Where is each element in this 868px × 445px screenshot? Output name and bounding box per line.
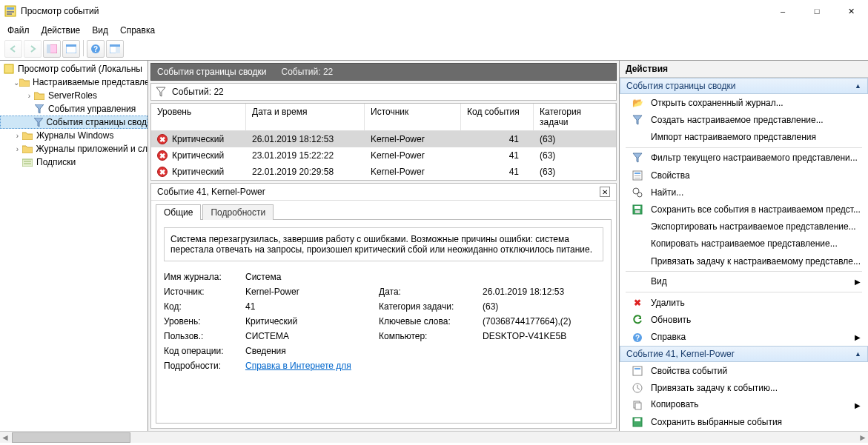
action-event-save-selected[interactable]: Сохранить выбранные события: [620, 414, 868, 431]
tree-windows-logs[interactable]: › Журналы Windows: [0, 129, 148, 142]
tree-admin-events[interactable]: События управления: [0, 102, 148, 116]
nav-back-button[interactable]: [4, 40, 22, 58]
view-mode-button[interactable]: [62, 40, 80, 58]
filter-icon: [33, 103, 45, 115]
svg-rect-14: [22, 159, 33, 167]
find-icon: [632, 187, 643, 198]
grid-row[interactable]: ✖Критический 22.01.2019 20:29:58 Kernel-…: [151, 164, 616, 180]
action-find[interactable]: Найти...: [620, 184, 868, 201]
critical-icon: ✖: [157, 150, 168, 161]
tab-general-body: Система перезагрузилась, завершив работу…: [156, 219, 612, 424]
filter-icon: [33, 116, 44, 128]
col-source[interactable]: Источник: [365, 104, 461, 130]
copy-icon: [632, 399, 643, 411]
maximize-button[interactable]: □: [800, 0, 834, 22]
svg-rect-2: [7, 11, 14, 13]
svg-rect-5: [47, 44, 50, 53]
svg-rect-26: [633, 367, 642, 375]
svg-rect-32: [635, 418, 640, 421]
tree-custom-views[interactable]: ⌄ Настраиваемые представле: [0, 76, 148, 89]
action-refresh[interactable]: Обновить: [620, 312, 868, 329]
online-help-link[interactable]: Справка в Интернете для: [245, 361, 371, 371]
action-event-properties[interactable]: Свойства событий: [620, 362, 868, 379]
chevron-right-icon: ▶: [855, 333, 861, 341]
svg-rect-27: [635, 368, 640, 369]
svg-rect-11: [110, 44, 120, 47]
grid-header[interactable]: Уровень Дата и время Источник Код событи…: [151, 104, 616, 131]
minimize-button[interactable]: –: [766, 0, 800, 22]
val-computer: DESKTOP-V41KE5B: [483, 331, 603, 341]
show-tree-button[interactable]: [43, 40, 61, 58]
actions-section-2[interactable]: Событие 41, Kernel-Power ▲: [620, 346, 868, 362]
collapse-icon[interactable]: ▲: [855, 82, 861, 90]
collapse-icon[interactable]: ⌄: [13, 78, 19, 87]
folder-icon: [19, 76, 30, 88]
action-create-custom-view[interactable]: Создать настраиваемое представление...: [620, 111, 868, 128]
menu-help[interactable]: Справка: [120, 25, 155, 36]
svg-text:?: ?: [93, 45, 98, 53]
action-export[interactable]: Экспортировать настраиваемое представлен…: [620, 218, 868, 235]
action-event-attach-task[interactable]: Привязать задачу к событию...: [620, 379, 868, 396]
close-detail-button[interactable]: ✕: [600, 187, 610, 197]
grid-row[interactable]: ✖Критический 23.01.2019 15:22:22 Kernel-…: [151, 147, 616, 164]
filter-bar: Событий: 22: [150, 83, 617, 101]
tab-details[interactable]: Подробности: [202, 204, 274, 220]
properties-icon: [632, 365, 643, 377]
app-icon: [3, 63, 15, 75]
col-level[interactable]: Уровень: [151, 104, 246, 130]
action-help-submenu[interactable]: ?Справка▶: [620, 329, 868, 346]
action-copy-view[interactable]: Копировать настраиваемое представление..…: [620, 235, 868, 252]
toolbar: ?: [0, 39, 868, 60]
window-title: Просмотр событий: [21, 6, 99, 16]
action-import-custom-view[interactable]: Импорт настраиваемого представления: [620, 128, 868, 145]
folder-open-icon: 📂: [632, 97, 643, 109]
actions-section-1[interactable]: События страницы сводки ▲: [620, 78, 868, 94]
tree-subscriptions[interactable]: Подписки: [0, 155, 148, 169]
tree-summary-events[interactable]: События страницы свод: [0, 116, 148, 129]
content-count: Событий: 22: [281, 67, 333, 77]
events-grid[interactable]: Уровень Дата и время Источник Код событи…: [150, 103, 617, 181]
action-filter[interactable]: Фильтр текущего настраиваемого представл…: [620, 150, 868, 167]
help-icon: ?: [632, 332, 643, 344]
menu-view[interactable]: Вид: [92, 25, 108, 36]
horizontal-scrollbar[interactable]: ◄ ►: [0, 431, 868, 443]
action-save-all[interactable]: Сохранить все события в настраиваемом пр…: [620, 201, 868, 218]
collapse-icon[interactable]: ▲: [855, 350, 861, 358]
tree-root[interactable]: Просмотр событий (Локальны: [0, 62, 148, 76]
content-pane: События страницы сводки Событий: 22 Собы…: [148, 61, 619, 431]
val-keywords: (70368744177664),(2): [483, 316, 603, 327]
svg-rect-12: [116, 47, 120, 53]
action-event-copy[interactable]: Копировать▶: [620, 397, 868, 414]
tree-server-roles[interactable]: › ServerRoles: [0, 89, 148, 102]
filter-icon: [632, 152, 643, 164]
nav-forward-button[interactable]: [24, 40, 42, 58]
tab-general[interactable]: Общие: [156, 204, 201, 220]
svg-rect-13: [4, 64, 13, 73]
subscriptions-icon: [21, 156, 33, 168]
nav-tree[interactable]: Просмотр событий (Локальны ⌄ Настраиваем…: [0, 61, 148, 431]
action-open-saved-log[interactable]: 📂Открыть сохраненный журнал...: [620, 94, 868, 111]
svg-rect-16: [635, 173, 640, 174]
content-header: События страницы сводки Событий: 22: [150, 63, 617, 81]
close-button[interactable]: ✕: [834, 0, 868, 22]
col-code[interactable]: Код события: [461, 104, 534, 130]
action-view-submenu[interactable]: Вид▶: [620, 273, 868, 290]
grid-row[interactable]: ✖Критический 26.01.2019 18:12:53 Kernel-…: [151, 131, 616, 147]
col-category[interactable]: Категория задачи: [534, 104, 616, 130]
svg-text:?: ?: [635, 334, 640, 342]
menu-file[interactable]: Файл: [7, 25, 30, 36]
action-delete[interactable]: ✖Удалить: [620, 294, 868, 311]
critical-icon: ✖: [157, 167, 168, 177]
action-properties[interactable]: Свойства: [620, 167, 868, 184]
expand-icon[interactable]: ›: [25, 92, 33, 100]
menu-action[interactable]: Действие: [42, 25, 81, 36]
expand-icon[interactable]: ›: [13, 132, 21, 140]
col-date[interactable]: Дата и время: [246, 104, 365, 130]
help-button[interactable]: ?: [87, 40, 105, 58]
val-opcode: Сведения: [245, 346, 371, 356]
tree-app-logs[interactable]: › Журналы приложений и сл: [0, 142, 148, 155]
expand-icon[interactable]: ›: [13, 145, 21, 153]
action-attach-task[interactable]: Привязать задачу к настраиваемому предст…: [620, 252, 868, 270]
view2-button[interactable]: [106, 40, 124, 58]
actions-pane: Действия События страницы сводки ▲ 📂Откр…: [619, 61, 868, 431]
